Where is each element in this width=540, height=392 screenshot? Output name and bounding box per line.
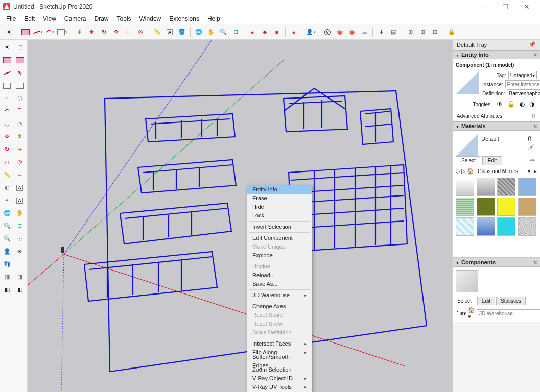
- material-swatch-2[interactable]: [497, 178, 515, 196]
- text-tool[interactable]: [164, 27, 175, 38]
- vray-cloud[interactable]: [359, 27, 370, 38]
- vray-asset-editor[interactable]: [322, 27, 333, 38]
- l-move[interactable]: [1, 131, 13, 142]
- material-swatch-7[interactable]: [518, 198, 536, 216]
- ctx-intersect-faces[interactable]: Intersect Faces: [247, 339, 312, 348]
- menu-draw[interactable]: Draw: [90, 14, 113, 23]
- l-arc2[interactable]: [14, 105, 26, 117]
- ctx-entity-info[interactable]: Entity Info: [247, 185, 312, 194]
- ctx-explode[interactable]: Explode: [247, 251, 312, 260]
- l-zoom[interactable]: [1, 220, 13, 232]
- l-polygon[interactable]: [14, 92, 26, 104]
- material-swatch-11[interactable]: [518, 217, 536, 236]
- advanced-attributes-icon[interactable]: 🛢: [531, 113, 536, 119]
- l-eraser[interactable]: [1, 54, 13, 66]
- menu-tools[interactable]: Tools: [113, 14, 135, 23]
- components-search-input[interactable]: [477, 309, 540, 317]
- material-fwd-icon[interactable]: ▷: [461, 168, 465, 175]
- ctx-reload-[interactable]: Reload...: [247, 271, 312, 280]
- ctx-soften-smooth-edges[interactable]: Soften/Smooth Edges: [247, 357, 312, 365]
- scale-tool[interactable]: [123, 27, 134, 38]
- l-text[interactable]: [14, 182, 26, 193]
- entity-info-close-icon[interactable]: ×: [534, 52, 537, 58]
- material-eyedropper-icon[interactable]: 💉: [528, 144, 535, 150]
- paint-tool[interactable]: [176, 27, 187, 38]
- ctx-lock[interactable]: Lock: [247, 211, 312, 220]
- components-tab-edit[interactable]: Edit: [477, 297, 495, 305]
- vray-render-1[interactable]: [247, 27, 258, 38]
- ctx-3d-warehouse[interactable]: 3D Warehouse: [247, 291, 312, 300]
- menu-camera[interactable]: Camera: [60, 14, 90, 23]
- vray-fb2[interactable]: [417, 27, 428, 38]
- l-section2[interactable]: [14, 271, 26, 283]
- menu-help[interactable]: Help: [203, 14, 224, 23]
- ctx-hide[interactable]: Hide: [247, 203, 312, 211]
- zoom-extents-tool[interactable]: [230, 27, 241, 38]
- materials-close-icon[interactable]: ×: [534, 124, 537, 129]
- maximize-button[interactable]: ☐: [495, 0, 515, 13]
- vray-render-3[interactable]: [271, 27, 283, 38]
- definition-input[interactable]: [507, 89, 540, 97]
- l-look[interactable]: [14, 246, 26, 257]
- menu-window[interactable]: Window: [135, 14, 166, 23]
- l-lasso[interactable]: [14, 41, 26, 53]
- toggle-cast-icon[interactable]: ◑: [529, 101, 534, 108]
- l-eraser2[interactable]: [14, 54, 26, 66]
- material-swatch-8[interactable]: [456, 217, 474, 236]
- toggle-shadows-icon[interactable]: ◐: [520, 101, 525, 108]
- l-rotrect[interactable]: [14, 80, 26, 91]
- l-tape[interactable]: [1, 169, 13, 181]
- l-scale[interactable]: [1, 156, 13, 168]
- l-zoomwin[interactable]: [14, 220, 26, 232]
- l-prev[interactable]: [14, 233, 26, 244]
- l-arc3[interactable]: [1, 118, 13, 130]
- line-tool[interactable]: [32, 27, 43, 38]
- l-followme[interactable]: [14, 143, 26, 155]
- entity-info-header[interactable]: Entity Info ×: [453, 50, 540, 59]
- vray-lock[interactable]: [446, 27, 457, 38]
- l-walk[interactable]: [1, 258, 13, 270]
- l-circle[interactable]: [1, 92, 13, 104]
- l-line[interactable]: [1, 67, 13, 79]
- minimize-button[interactable]: ─: [474, 0, 494, 13]
- orbit-tool[interactable]: [193, 27, 204, 38]
- vray-viewport[interactable]: [388, 27, 399, 38]
- vray-render-2[interactable]: [259, 27, 270, 38]
- l-pie[interactable]: [14, 118, 26, 130]
- ctx-save-as-[interactable]: Save As...: [247, 280, 312, 288]
- eraser-tool[interactable]: [20, 27, 31, 38]
- l-section4[interactable]: [14, 284, 26, 296]
- tray-title-bar[interactable]: Default Tray 📌: [453, 40, 540, 50]
- shape-tool[interactable]: [57, 27, 68, 38]
- material-library-select[interactable]: Glass and Mirrors▾: [476, 167, 532, 175]
- vray-render[interactable]: [334, 27, 345, 38]
- l-3dtext[interactable]: [14, 194, 26, 206]
- tape-tool[interactable]: [152, 27, 163, 38]
- vray-fb3[interactable]: [429, 27, 440, 38]
- material-create-icon[interactable]: 🛢: [527, 136, 532, 142]
- l-select[interactable]: [1, 41, 13, 53]
- person-tool[interactable]: [305, 27, 316, 38]
- material-swatch-6[interactable]: [497, 198, 515, 216]
- l-position[interactable]: [1, 246, 13, 257]
- ctx-v-ray-object-id[interactable]: V-Ray Object ID: [247, 374, 312, 383]
- components-tab-statistics[interactable]: Statistics: [496, 297, 526, 305]
- menu-edit[interactable]: Edit: [20, 14, 39, 23]
- advanced-attributes-row[interactable]: Advanced Attributes: 🛢: [453, 111, 540, 121]
- ctx-change-axes[interactable]: Change Axes: [247, 302, 312, 311]
- vray-interactive[interactable]: [346, 27, 358, 38]
- zoom-tool[interactable]: [218, 27, 229, 38]
- materials-tab-edit[interactable]: Edit: [482, 156, 502, 165]
- model-viewport[interactable]: Entity InfoEraseHideLockInvert Selection…: [28, 40, 452, 392]
- l-pan[interactable]: [14, 207, 26, 219]
- ctx-v-ray-uv-tools[interactable]: V-Ray UV Tools: [247, 383, 312, 391]
- material-home-icon[interactable]: 🏠: [467, 168, 474, 175]
- instance-input[interactable]: [505, 80, 540, 88]
- material-swatch-4[interactable]: [456, 198, 474, 216]
- l-freehand[interactable]: [14, 67, 26, 79]
- l-arc[interactable]: [1, 105, 13, 117]
- arc-tool[interactable]: [44, 27, 56, 38]
- l-rotate[interactable]: [1, 143, 13, 155]
- toggle-lock-icon[interactable]: 🔓: [507, 101, 515, 108]
- toggle-visible-icon[interactable]: 👁: [497, 101, 503, 108]
